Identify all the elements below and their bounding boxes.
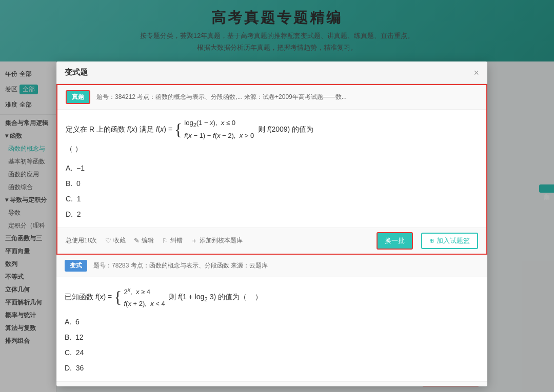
option-2-d: D. 36 [65, 361, 479, 375]
btn-add-to-basket-1[interactable]: ⊕ 加入试题篮 [421, 233, 478, 249]
edit-icon-1: ✎ [134, 237, 140, 244]
question-options-2: A. 6 B. 12 C. 24 D. 36 [56, 315, 487, 381]
option-1-b: B. 0 [66, 176, 478, 191]
question-footer-1: 总使用18次 ♡ 收藏 ✎ 编辑 ⚐ 纠错 ＋ 添加到校本题库 [57, 228, 486, 254]
footer-action-error-1[interactable]: ⚐ 纠错 [162, 236, 183, 245]
left-brace-1: { [174, 121, 182, 138]
question-footer-2: 总使用45次 ♡ 收藏 ✎ 编辑 ⚐ 纠错 ＋ 添加到校本题库 [56, 381, 487, 386]
question-card-2-header: 变式 题号：78283 考点：函数的概念与表示、分段函数 来源：云题库 [56, 255, 487, 277]
option-1-c: C. 1 [66, 192, 478, 206]
option-2-c: C. 24 [65, 345, 479, 360]
option-1-a: A. −1 [66, 161, 478, 175]
question-card-1-header: 真题 题号：384212 考点：函数的概念与表示、分段函数,... 来源：试卷+… [57, 85, 486, 110]
question-card-2: 变式 题号：78283 考点：函数的概念与表示、分段函数 来源：云题库 已知函数… [56, 255, 487, 386]
question-meta-1: 题号：384212 考点：函数的概念与表示、分段函数,... 来源：试卷+200… [96, 93, 478, 101]
modal-close-button[interactable]: × [473, 68, 479, 77]
btn-swap-1[interactable]: 换一批 [377, 232, 413, 250]
option-2-a: A. 6 [65, 315, 479, 329]
modal-header: 变式题 × [56, 61, 487, 84]
question-options-1: A. −1 B. 0 C. 1 D. 2 [57, 161, 486, 228]
tag-zhenti-1[interactable]: 真题 [66, 90, 90, 104]
heart-icon-1: ♡ [105, 237, 111, 244]
modal-bianshiti: 变式题 × 真题 题号：384212 考点：函数的概念与表示、分段函数,... … [56, 61, 487, 386]
question-meta-2: 题号：78283 考点：函数的概念与表示、分段函数 来源：云题库 [93, 261, 479, 270]
left-brace-2: { [114, 289, 122, 305]
plus-icon-1: ＋ [191, 236, 197, 245]
question-card-1: 真题 题号：384212 考点：函数的概念与表示、分段函数,... 来源：试卷+… [56, 84, 487, 255]
option-1-d: D. 2 [66, 207, 478, 221]
question-body-1: 定义在 R 上的函数 f(x) 满足 f(x) = { log2(1 − x),… [57, 110, 486, 161]
flag-icon-1: ⚐ [162, 237, 168, 244]
footer-action-edit-1[interactable]: ✎ 编辑 [134, 236, 154, 245]
tag-bianshi-2[interactable]: 变式 [65, 260, 87, 272]
footer-action-collect-1[interactable]: ♡ 收藏 [105, 236, 126, 245]
btn-add-to-basket-2[interactable]: ⊕ 加入试题篮 [422, 386, 479, 386]
footer-action-add-school-1[interactable]: ＋ 添加到校本题库 [191, 236, 243, 245]
option-2-b: B. 12 [65, 330, 479, 344]
usage-count-1: 总使用18次 [66, 236, 97, 245]
modal-body: 真题 题号：384212 考点：函数的概念与表示、分段函数,... 来源：试卷+… [56, 84, 487, 386]
question-body-2: 已知函数 f(x) = { 2x, x ≥ 4 f(x + 2), x < 4 … [56, 277, 487, 315]
modal-title: 变式题 [65, 68, 88, 77]
